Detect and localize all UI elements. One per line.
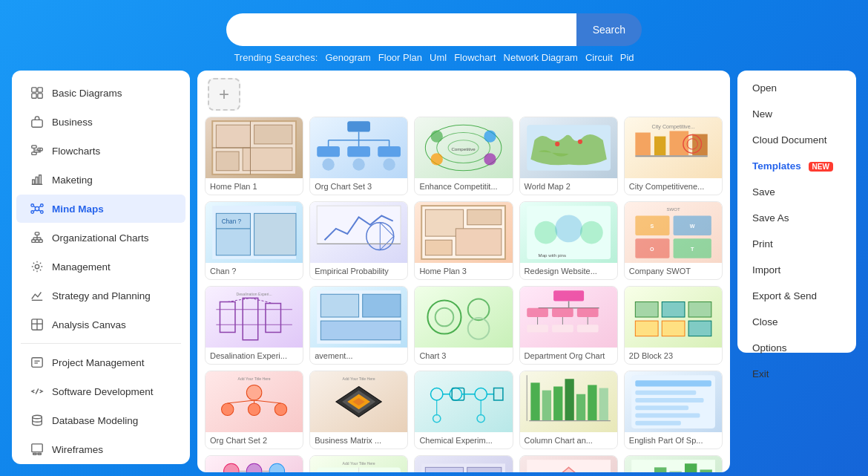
trending-floor-plan[interactable]: Floor Plan	[378, 52, 422, 63]
right-panel-new[interactable]: New	[737, 101, 856, 127]
svg-rect-41	[33, 453, 37, 454]
template-label: Home Plan 1	[206, 178, 303, 195]
right-panel-options[interactable]: Options	[737, 335, 856, 361]
trending-network-diagram[interactable]: Network Diagram	[504, 52, 578, 63]
trending-uml[interactable]: Uml	[430, 52, 447, 63]
templates-grid: Home Plan 1	[205, 117, 723, 472]
svg-point-131	[468, 299, 490, 320]
template-card-org-chart-3[interactable]: Org Chart Set 3	[309, 117, 408, 195]
svg-rect-35	[32, 358, 42, 368]
right-panel: Open New Cloud Document Templates NEW Sa…	[737, 71, 856, 353]
new-template-button[interactable]: +	[208, 78, 240, 111]
svg-rect-42	[38, 453, 42, 454]
template-card-2d-block-23[interactable]: 2D Block 23	[624, 286, 723, 365]
svg-point-193	[246, 463, 262, 472]
template-card-chan[interactable]: Chan ? Chan ?	[205, 201, 303, 280]
sidebar-item-mind-maps[interactable]: Mind Maps	[16, 195, 185, 223]
trending-circuit[interactable]: Circuit	[585, 52, 613, 63]
template-card-flowchart-sample[interactable]: Flowchart Sample	[205, 455, 303, 472]
template-thumb	[206, 456, 303, 472]
svg-point-69	[353, 158, 365, 170]
template-card-chart-3[interactable]: Chart 3	[414, 286, 513, 365]
template-card-redesign-website[interactable]: Map with pins Redesign Website...	[519, 201, 618, 280]
template-card-bottom-2[interactable]	[519, 455, 618, 472]
svg-point-174	[433, 414, 441, 422]
right-panel-save-as[interactable]: Save As	[737, 205, 856, 231]
svg-point-75	[484, 130, 496, 142]
trending-flowchart[interactable]: Flowchart	[454, 52, 496, 63]
right-panel-exit[interactable]: Exit	[737, 361, 856, 387]
svg-point-81	[577, 140, 582, 144]
sidebar-item-maketing[interactable]: Maketing	[16, 166, 185, 194]
svg-rect-128	[321, 321, 401, 340]
template-thumb	[520, 456, 617, 472]
template-card-column-chart[interactable]: Column Chart an...	[519, 371, 618, 449]
svg-point-153	[222, 403, 234, 415]
svg-rect-23	[36, 240, 39, 243]
svg-rect-181	[588, 385, 596, 420]
template-card-home-plan-1[interactable]: Home Plan 1	[205, 117, 303, 195]
template-thumb: Desalination Experi...	[206, 287, 303, 348]
svg-text:Add Your Title Here: Add Your Title Here	[238, 376, 271, 381]
svg-point-104	[534, 221, 557, 244]
template-card-org-chart-set-2[interactable]: Add Your Title Here Org Chart Set 2	[205, 371, 303, 449]
search-button[interactable]: Search	[576, 13, 642, 46]
right-panel-open[interactable]: Open	[737, 75, 856, 101]
sidebar-item-database[interactable]: Database Modeling	[16, 406, 185, 434]
trending-genogram[interactable]: Genogram	[325, 52, 370, 63]
template-card-chemical-exp[interactable]: Chemical Experim...	[414, 371, 513, 449]
header: Search Trending Searches: Genogram Floor…	[0, 0, 868, 71]
search-input[interactable]	[226, 13, 576, 46]
svg-rect-22	[32, 240, 36, 243]
right-panel-export-send[interactable]: Export & Send	[737, 283, 856, 309]
right-panel-templates[interactable]: Templates NEW	[737, 153, 856, 179]
template-card-avement[interactable]: avement...	[309, 286, 408, 365]
template-card-bottom-3[interactable]	[624, 455, 723, 472]
sidebar-item-flowcharts[interactable]: Flowcharts	[16, 137, 185, 165]
template-card-desalination[interactable]: Desalination Experi... Desalination Expe…	[205, 286, 303, 365]
template-card-company-swot[interactable]: SWOT S W O T Company SWOT	[624, 201, 723, 280]
template-thumb	[415, 287, 512, 348]
sidebar-item-basic-diagrams[interactable]: Basic Diagrams	[16, 79, 185, 107]
template-card-english-part-sp[interactable]: English Part Of Sp...	[624, 371, 723, 449]
template-card-life-plan[interactable]: Add Your Title Here Life Plan	[309, 455, 408, 472]
template-thumb: City Competitive...	[625, 117, 722, 178]
sidebar-item-software-dev[interactable]: Software Development	[16, 377, 185, 405]
template-card-biz-matrix[interactable]: Add Your Title Here Business Matrix ...	[309, 371, 408, 449]
template-card-empirical-prob[interactable]: Empirical Probability	[309, 201, 408, 280]
right-panel-save[interactable]: Save	[737, 179, 856, 205]
svg-line-19	[34, 210, 36, 211]
template-card-world-map-2[interactable]: World Map 2	[519, 117, 618, 195]
svg-rect-145	[635, 302, 658, 318]
right-panel-cloud-doc[interactable]: Cloud Document	[737, 127, 856, 153]
template-card-city-competitive[interactable]: City Competitive... City Competitivene..…	[624, 117, 723, 195]
svg-line-156	[228, 400, 254, 403]
sidebar-item-management[interactable]: Management	[16, 252, 185, 281]
trending-pid[interactable]: Pid	[620, 52, 634, 63]
sidebar-item-analysis[interactable]: Analysis Canvas	[16, 310, 185, 339]
sidebar-item-strategy[interactable]: Strategy and Planning	[16, 281, 185, 310]
right-panel-close[interactable]: Close	[737, 309, 856, 335]
svg-point-105	[555, 215, 582, 242]
template-card-enhance-competit[interactable]: Competitive Enhance Competitit...	[414, 117, 513, 195]
svg-rect-67	[378, 146, 401, 157]
sidebar-item-business[interactable]: Business	[16, 108, 185, 136]
sidebar-item-wireframes[interactable]: Wireframes	[16, 435, 185, 463]
sidebar-item-project-mgmt[interactable]: Project Management	[16, 348, 185, 376]
right-panel-import[interactable]: Import	[737, 257, 856, 283]
template-card-bottom-1[interactable]	[414, 455, 513, 472]
template-card-home-plan-3[interactable]: Home Plan 3	[414, 201, 513, 280]
template-thumb: Competitive	[415, 117, 512, 178]
sidebar-label: Project Management	[52, 357, 145, 368]
template-thumb	[206, 117, 303, 178]
sidebar-item-org-charts[interactable]: Organizational Charts	[16, 224, 185, 252]
template-card-dept-org-chart[interactable]: Department Org Chart	[519, 286, 618, 365]
manage-icon	[30, 259, 45, 274]
svg-rect-127	[363, 294, 401, 317]
svg-point-192	[224, 463, 240, 472]
svg-point-169	[475, 388, 487, 400]
svg-rect-213	[426, 467, 464, 472]
template-thumb	[310, 287, 407, 348]
right-panel-print[interactable]: Print	[737, 231, 856, 257]
sidebar-label: Strategy and Planning	[52, 290, 151, 301]
